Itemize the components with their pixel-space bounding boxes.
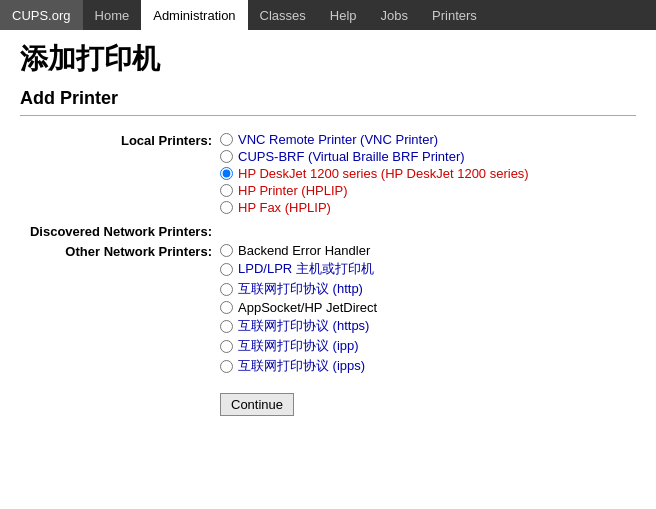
nav-jobs[interactable]: Jobs	[369, 0, 420, 30]
op3-label[interactable]: 互联网打印协议 (http)	[238, 280, 363, 298]
list-item: Backend Error Handler	[220, 243, 377, 258]
local-printers-group: Local Printers: VNC Remote Printer (VNC …	[20, 132, 636, 215]
local-printers-list: VNC Remote Printer (VNC Printer) CUPS-BR…	[220, 132, 529, 215]
list-item: AppSocket/HP JetDirect	[220, 300, 377, 315]
op1-label[interactable]: Backend Error Handler	[238, 243, 370, 258]
page-title-zh: 添加打印机	[20, 40, 636, 78]
radio-op7[interactable]	[220, 360, 233, 373]
radio-lp4[interactable]	[220, 184, 233, 197]
radio-op4[interactable]	[220, 301, 233, 314]
list-item: 互联网打印协议 (http)	[220, 280, 377, 298]
op7-label[interactable]: 互联网打印协议 (ipps)	[238, 357, 365, 375]
list-item: HP Fax (HPLIP)	[220, 200, 529, 215]
op4-label[interactable]: AppSocket/HP JetDirect	[238, 300, 377, 315]
radio-lp5[interactable]	[220, 201, 233, 214]
other-printers-list: Backend Error Handler LPD/LPR 主机或打印机 互联网…	[220, 243, 377, 375]
lp5-label[interactable]: HP Fax (HPLIP)	[238, 200, 331, 215]
navbar: CUPS.org Home Administration Classes Hel…	[0, 0, 656, 30]
lp1-label[interactable]: VNC Remote Printer (VNC Printer)	[238, 132, 438, 147]
list-item: HP DeskJet 1200 series (HP DeskJet 1200 …	[220, 166, 529, 181]
list-item: 互联网打印协议 (https)	[220, 317, 377, 335]
radio-op1[interactable]	[220, 244, 233, 257]
list-item: 互联网打印协议 (ipp)	[220, 337, 377, 355]
other-printers-group: Other Network Printers: Backend Error Ha…	[20, 243, 636, 375]
radio-lp2[interactable]	[220, 150, 233, 163]
op5-label[interactable]: 互联网打印协议 (https)	[238, 317, 369, 335]
op2-label[interactable]: LPD/LPR 主机或打印机	[238, 260, 374, 278]
other-printers-label: Other Network Printers:	[20, 243, 220, 259]
lp2-label[interactable]: CUPS-BRF (Virtual Braille BRF Printer)	[238, 149, 465, 164]
continue-row: Continue	[20, 379, 636, 416]
radio-lp1[interactable]	[220, 133, 233, 146]
radio-op6[interactable]	[220, 340, 233, 353]
local-printers-label: Local Printers:	[20, 132, 220, 148]
lp3-label[interactable]: HP DeskJet 1200 series (HP DeskJet 1200 …	[238, 166, 529, 181]
section-title: Add Printer	[20, 88, 636, 116]
main-content: 添加打印机 Add Printer Local Printers: VNC Re…	[0, 30, 656, 436]
discovered-printers-label: Discovered Network Printers:	[20, 223, 220, 239]
radio-op5[interactable]	[220, 320, 233, 333]
nav-cups-org[interactable]: CUPS.org	[0, 0, 83, 30]
radio-op2[interactable]	[220, 263, 233, 276]
list-item: LPD/LPR 主机或打印机	[220, 260, 377, 278]
list-item: CUPS-BRF (Virtual Braille BRF Printer)	[220, 149, 529, 164]
radio-op3[interactable]	[220, 283, 233, 296]
continue-button[interactable]: Continue	[220, 393, 294, 416]
nav-printers[interactable]: Printers	[420, 0, 489, 30]
list-item: HP Printer (HPLIP)	[220, 183, 529, 198]
lp4-label[interactable]: HP Printer (HPLIP)	[238, 183, 348, 198]
nav-home[interactable]: Home	[83, 0, 142, 30]
nav-help[interactable]: Help	[318, 0, 369, 30]
nav-classes[interactable]: Classes	[248, 0, 318, 30]
list-item: VNC Remote Printer (VNC Printer)	[220, 132, 529, 147]
form-area: Local Printers: VNC Remote Printer (VNC …	[20, 132, 636, 416]
op6-label[interactable]: 互联网打印协议 (ipp)	[238, 337, 359, 355]
radio-lp3[interactable]	[220, 167, 233, 180]
list-item: 互联网打印协议 (ipps)	[220, 357, 377, 375]
nav-administration[interactable]: Administration	[141, 0, 247, 30]
discovered-printers-group: Discovered Network Printers:	[20, 223, 636, 239]
